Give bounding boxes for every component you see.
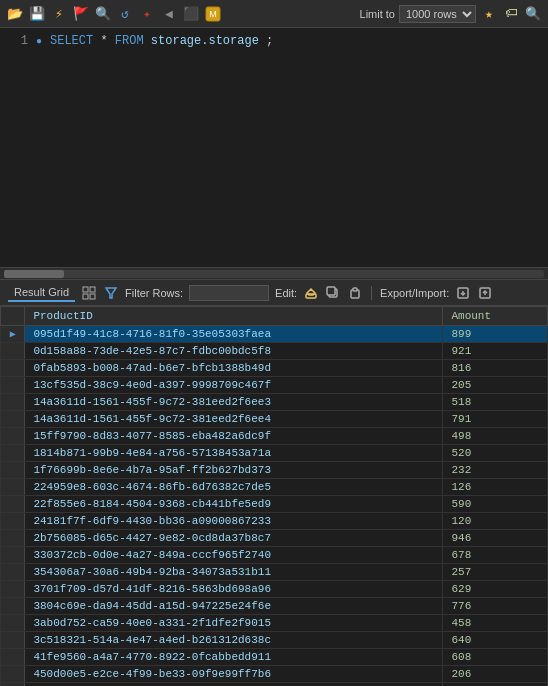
table-row[interactable]: 41fe9560-a4a7-4770-8922-0fcabbedd911608	[1, 649, 548, 666]
table-row[interactable]: 0fab5893-b008-47ad-b6e7-bfcb1388b49d816	[1, 360, 548, 377]
amount-cell[interactable]: 607	[443, 683, 548, 687]
productid-header[interactable]: ProductID	[25, 307, 443, 326]
table-row[interactable]: 4e532-b-1041-d02d-8a89-dc2a0e6e9b3d607	[1, 683, 548, 687]
table-row[interactable]: 3c518321-514a-4e47-a4ed-b261312d638c640	[1, 632, 548, 649]
open-folder-icon[interactable]: 📂	[6, 5, 24, 23]
productid-cell[interactable]: 354306a7-30a6-49b4-92ba-34073a531b11	[25, 564, 443, 581]
amount-cell[interactable]: 518	[443, 394, 548, 411]
result-grid-tab[interactable]: Result Grid	[8, 284, 75, 302]
table-row[interactable]: 2b756085-d65c-4427-9e82-0cd8da37b8c7946	[1, 530, 548, 547]
paste-icon[interactable]	[347, 285, 363, 301]
productid-cell[interactable]: 4e532-b-1041-d02d-8a89-dc2a0e6e9b3d	[25, 683, 443, 687]
amount-cell[interactable]: 257	[443, 564, 548, 581]
amount-cell[interactable]: 640	[443, 632, 548, 649]
star-icon[interactable]: ✦	[138, 5, 156, 23]
amount-cell[interactable]: 498	[443, 428, 548, 445]
tag-icon[interactable]: 🏷	[502, 5, 520, 23]
productid-cell[interactable]: 0d158a88-73de-42e5-87c7-fdbc00bdc5f8	[25, 343, 443, 360]
productid-cell[interactable]: 22f855e6-8184-4504-9368-cb441bfe5ed9	[25, 496, 443, 513]
back-icon[interactable]: ◀	[160, 5, 178, 23]
table-row[interactable]: 14a3611d-1561-455f-9c72-381eed2f6ee3518	[1, 394, 548, 411]
amount-cell[interactable]: 816	[443, 360, 548, 377]
table-row[interactable]: 354306a7-30a6-49b4-92ba-34073a531b11257	[1, 564, 548, 581]
productid-cell[interactable]: 14a3611d-1561-455f-9c72-381eed2f6ee3	[25, 394, 443, 411]
edit-pencil-icon[interactable]	[303, 285, 319, 301]
amount-cell[interactable]: 232	[443, 462, 548, 479]
table-row[interactable]: 3701f709-d57d-41df-8216-5863bd698a96629	[1, 581, 548, 598]
editor-scrollbar[interactable]	[0, 268, 548, 280]
amount-cell[interactable]: 126	[443, 479, 548, 496]
productid-cell[interactable]: 2b756085-d65c-4427-9e82-0cd8da37b8c7	[25, 530, 443, 547]
amount-cell[interactable]: 946	[443, 530, 548, 547]
copy-icon[interactable]	[325, 285, 341, 301]
table-row[interactable]: 22f855e6-8184-4504-9368-cb441bfe5ed9590	[1, 496, 548, 513]
row-indicator	[1, 479, 25, 496]
table-row[interactable]: 13cf535d-38c9-4e0d-a397-9998709c467f205	[1, 377, 548, 394]
table-row[interactable]: 0d158a88-73de-42e5-87c7-fdbc00bdc5f8921	[1, 343, 548, 360]
lightning-icon[interactable]: ⚡	[50, 5, 68, 23]
productid-cell[interactable]: 1814b871-99b9-4e84-a756-57138453a71a	[25, 445, 443, 462]
table-row[interactable]: 224959e8-603c-4674-86fb-6d76382c7de5126	[1, 479, 548, 496]
refresh-icon[interactable]: ↺	[116, 5, 134, 23]
productid-cell[interactable]: 3701f709-d57d-41df-8216-5863bd698a96	[25, 581, 443, 598]
productid-cell[interactable]: 450d00e5-e2ce-4f99-be33-09f9e99ff7b6	[25, 666, 443, 683]
scrollbar-track[interactable]	[4, 270, 544, 278]
search2-icon[interactable]: 🔍	[524, 5, 542, 23]
amount-cell[interactable]: 608	[443, 649, 548, 666]
amount-cell[interactable]: 678	[443, 547, 548, 564]
productid-cell[interactable]: 1f76699b-8e6e-4b7a-95af-ff2b627bd373	[25, 462, 443, 479]
save-icon[interactable]: 💾	[28, 5, 46, 23]
table-row[interactable]: 1f76699b-8e6e-4b7a-95af-ff2b627bd373232	[1, 462, 548, 479]
active-icon[interactable]: M	[204, 5, 222, 23]
flag-icon[interactable]: 🚩	[72, 5, 90, 23]
row-indicator-header	[1, 307, 25, 326]
productid-cell[interactable]: 15ff9790-8d83-4077-8585-eba482a6dc9f	[25, 428, 443, 445]
export-icon[interactable]	[455, 285, 471, 301]
table-row[interactable]: 3804c69e-da94-45dd-a15d-947225e24f6e776	[1, 598, 548, 615]
amount-header[interactable]: Amount	[443, 307, 548, 326]
productid-cell[interactable]: 3c518321-514a-4e47-a4ed-b261312d638c	[25, 632, 443, 649]
editor-line-1: 1 ● SELECT * FROM storage.storage ;	[8, 34, 540, 48]
productid-cell[interactable]: 14a3611d-1561-455f-9c72-381eed2f6ee4	[25, 411, 443, 428]
productid-cell[interactable]: 24181f7f-6df9-4430-bb36-a09000867233	[25, 513, 443, 530]
filter-input[interactable]	[189, 285, 269, 301]
toolbar-sep	[371, 286, 372, 300]
table-row[interactable]: 1814b871-99b9-4e84-a756-57138453a71a520	[1, 445, 548, 462]
amount-cell[interactable]: 776	[443, 598, 548, 615]
table-row[interactable]: 450d00e5-e2ce-4f99-be33-09f9e99ff7b6206	[1, 666, 548, 683]
amount-cell[interactable]: 590	[443, 496, 548, 513]
productid-cell[interactable]: 0fab5893-b008-47ad-b6e7-bfcb1388b49d	[25, 360, 443, 377]
filter-icon[interactable]	[103, 285, 119, 301]
table-row[interactable]: 330372cb-0d0e-4a27-849a-cccf965f2740678	[1, 547, 548, 564]
amount-cell[interactable]: 458	[443, 615, 548, 632]
productid-cell[interactable]: 41fe9560-a4a7-4770-8922-0fcabbedd911	[25, 649, 443, 666]
data-table-container[interactable]: ProductID Amount ▶095d1f49-41c8-4716-81f…	[0, 306, 548, 686]
grid-icon[interactable]	[81, 285, 97, 301]
amount-cell[interactable]: 629	[443, 581, 548, 598]
table-row[interactable]: 15ff9790-8d83-4077-8585-eba482a6dc9f498	[1, 428, 548, 445]
table-row[interactable]: ▶095d1f49-41c8-4716-81f0-35e05303faea899	[1, 326, 548, 343]
productid-cell[interactable]: 224959e8-603c-4674-86fb-6d76382c7de5	[25, 479, 443, 496]
table-row[interactable]: 14a3611d-1561-455f-9c72-381eed2f6ee4791	[1, 411, 548, 428]
magnify-icon[interactable]: 🔍	[94, 5, 112, 23]
productid-cell[interactable]: 095d1f49-41c8-4716-81f0-35e05303faea	[25, 326, 443, 343]
amount-cell[interactable]: 899	[443, 326, 548, 343]
amount-cell[interactable]: 206	[443, 666, 548, 683]
amount-cell[interactable]: 120	[443, 513, 548, 530]
amount-cell[interactable]: 791	[443, 411, 548, 428]
amount-cell[interactable]: 520	[443, 445, 548, 462]
table-row[interactable]: 24181f7f-6df9-4430-bb36-a09000867233120	[1, 513, 548, 530]
stop-icon[interactable]: ⬛	[182, 5, 200, 23]
productid-cell[interactable]: 330372cb-0d0e-4a27-849a-cccf965f2740	[25, 547, 443, 564]
table-row[interactable]: 3ab0d752-ca59-40e0-a331-2f1dfe2f9015458	[1, 615, 548, 632]
sql-editor[interactable]: 1 ● SELECT * FROM storage.storage ;	[0, 28, 548, 268]
productid-cell[interactable]: 3ab0d752-ca59-40e0-a331-2f1dfe2f9015	[25, 615, 443, 632]
limit-select[interactable]: 1000 rows	[399, 5, 476, 23]
productid-cell[interactable]: 13cf535d-38c9-4e0d-a397-9998709c467f	[25, 377, 443, 394]
star2-icon[interactable]: ★	[480, 5, 498, 23]
amount-cell[interactable]: 921	[443, 343, 548, 360]
amount-cell[interactable]: 205	[443, 377, 548, 394]
scrollbar-thumb[interactable]	[4, 270, 64, 278]
import-icon[interactable]	[477, 285, 493, 301]
productid-cell[interactable]: 3804c69e-da94-45dd-a15d-947225e24f6e	[25, 598, 443, 615]
